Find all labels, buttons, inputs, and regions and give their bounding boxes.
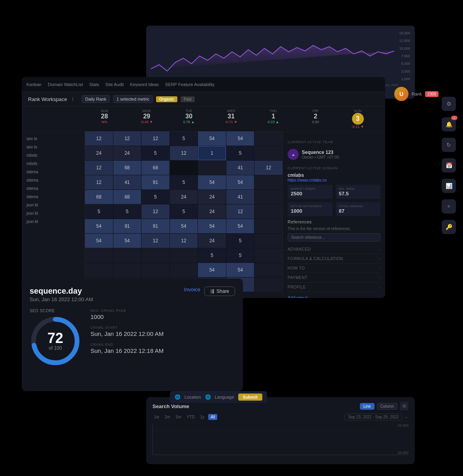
chart-icon-btn[interactable]: 📊 bbox=[442, 179, 456, 193]
nav-domain-watchlist[interactable]: Domain WatchList bbox=[48, 82, 83, 87]
metric-dropdown[interactable]: 1 selected metric bbox=[113, 95, 153, 103]
grid-cell[interactable]: 12 bbox=[85, 175, 113, 189]
submit-button[interactable]: Submit bbox=[238, 394, 262, 401]
grid-cell[interactable]: 12 bbox=[85, 131, 113, 146]
grid-cell[interactable]: 91 bbox=[141, 219, 169, 233]
share-button[interactable]: ⇶ Share bbox=[204, 287, 235, 296]
nav-site-audit[interactable]: Site Audit bbox=[105, 82, 124, 87]
grid-cell[interactable]: 5 bbox=[85, 204, 113, 219]
grid-cell[interactable]: 12 bbox=[170, 234, 198, 248]
grid-cell[interactable]: 54 bbox=[198, 219, 226, 233]
grid-cell[interactable]: 5 bbox=[141, 190, 169, 204]
grid-cell[interactable]: 5 bbox=[198, 248, 226, 262]
grid-cell[interactable]: 12 bbox=[113, 131, 141, 146]
calendar-icon-btn[interactable]: 📅 bbox=[442, 158, 456, 172]
grid-cell[interactable]: 41 bbox=[113, 175, 141, 189]
reference-search-input[interactable] bbox=[288, 233, 380, 242]
grid-cell[interactable]: 5 bbox=[226, 248, 254, 262]
nav-stats[interactable]: Stats bbox=[89, 82, 99, 87]
invoice-link[interactable]: Invoice bbox=[184, 287, 200, 296]
refresh-icon-btn[interactable]: ↻ bbox=[442, 138, 456, 152]
sv-menu-icon[interactable]: ··· bbox=[405, 414, 408, 420]
domain-url[interactable]: https://www.cmlabs.co bbox=[288, 178, 380, 182]
sv-date-range[interactable]: Sep 23, 2022 - Sep 29, 2022 bbox=[344, 414, 402, 420]
kw-sitema-3[interactable]: sitema bbox=[22, 184, 85, 193]
grid-cell[interactable]: 5 bbox=[141, 146, 169, 160]
grid-cell[interactable]: 54 bbox=[226, 263, 254, 277]
kw-sitema-4[interactable]: sitema bbox=[22, 193, 85, 201]
paid-badge[interactable]: Paid bbox=[181, 96, 195, 102]
grid-cell[interactable]: 5 bbox=[170, 175, 198, 189]
grid-cell[interactable]: 24 bbox=[113, 146, 141, 160]
grid-cell[interactable]: 54 bbox=[113, 234, 141, 248]
grid-cell[interactable]: 54 bbox=[226, 175, 254, 189]
grid-cell[interactable]: 12 bbox=[226, 204, 254, 219]
grid-cell[interactable]: 54 bbox=[85, 234, 113, 248]
grid-cell[interactable]: 24 bbox=[85, 146, 113, 160]
grid-cell[interactable]: 12 bbox=[254, 161, 282, 175]
grid-cell[interactable]: 54 bbox=[198, 175, 226, 189]
kw-sitema-2[interactable]: sitema bbox=[22, 176, 85, 184]
grid-cell[interactable]: 12 bbox=[141, 204, 169, 219]
nav-keyword-ideas[interactable]: Keyword Ideas bbox=[130, 82, 159, 87]
sv-settings-icon[interactable]: ⚙ bbox=[400, 402, 408, 410]
grid-cell[interactable]: 12 bbox=[170, 146, 198, 160]
sv-time-2m[interactable]: 2m bbox=[163, 414, 172, 420]
add-keyword-label[interactable]: Add new k... bbox=[288, 295, 380, 298]
kw-json-3[interactable]: json ld bbox=[22, 217, 85, 226]
plus-icon-btn[interactable]: ＋ bbox=[442, 199, 456, 214]
grid-cell[interactable]: 24 bbox=[198, 234, 226, 248]
grid-cell[interactable]: 68 bbox=[141, 161, 169, 175]
grid-cell[interactable]: 41 bbox=[226, 161, 254, 175]
grid-cell[interactable]: 54 bbox=[170, 219, 198, 233]
accordion-advanced[interactable]: ADVANCED › bbox=[288, 245, 380, 254]
grid-cell[interactable]: 5 bbox=[226, 234, 254, 248]
grid-cell[interactable]: 54 bbox=[226, 131, 254, 146]
grid-cell[interactable]: 12 bbox=[141, 131, 169, 146]
kw-json-2[interactable]: json ld bbox=[22, 209, 85, 217]
grid-cell[interactable]: 91 bbox=[141, 175, 169, 189]
sv-line-btn[interactable]: Line bbox=[360, 403, 375, 410]
key-icon-btn[interactable]: 🔑 bbox=[442, 220, 456, 234]
accordion-payment[interactable]: PAYMENT › bbox=[288, 273, 380, 283]
grid-cell[interactable]: 68 bbox=[85, 190, 113, 204]
grid-cell[interactable]: 24 bbox=[170, 190, 198, 204]
sv-column-btn[interactable]: Column bbox=[377, 403, 397, 410]
grid-cell[interactable]: 1 bbox=[198, 146, 226, 160]
grid-cell[interactable]: 12 bbox=[85, 161, 113, 175]
grid-cell[interactable]: 5 bbox=[226, 146, 254, 160]
grid-cell[interactable]: 91 bbox=[113, 219, 141, 233]
kw-json-1[interactable]: json ld bbox=[22, 201, 85, 209]
grid-cell[interactable]: 24 bbox=[198, 204, 226, 219]
grid-cell[interactable]: 54 bbox=[198, 131, 226, 146]
settings-icon-btn[interactable]: ⚙ bbox=[442, 97, 456, 111]
sv-time-ytd[interactable]: YTD bbox=[185, 414, 196, 420]
sv-time-1y[interactable]: 1y bbox=[199, 414, 206, 420]
kw-robots-1[interactable]: robots bbox=[22, 151, 85, 159]
avatar[interactable]: U bbox=[394, 87, 408, 101]
grid-cell[interactable]: 54 bbox=[226, 219, 254, 233]
organic-badge[interactable]: Organic bbox=[156, 96, 177, 102]
kw-sitema-1[interactable]: sitema bbox=[22, 168, 85, 176]
sv-time-1w[interactable]: 1w bbox=[152, 414, 161, 420]
sv-time-all[interactable]: All bbox=[208, 414, 217, 420]
notification-icon-btn[interactable]: 🔔 1 bbox=[442, 117, 456, 131]
grid-cell[interactable]: 54 bbox=[198, 263, 226, 277]
location-button[interactable]: Location bbox=[184, 395, 201, 399]
kw-seo-2[interactable]: seo to bbox=[22, 143, 85, 151]
nav-kanban[interactable]: Kanban bbox=[26, 82, 41, 87]
grid-cell[interactable]: 41 bbox=[226, 190, 254, 204]
daily-rank-dropdown[interactable]: Daily Rank bbox=[82, 95, 110, 103]
accordion-profile[interactable]: PROFILE › bbox=[288, 283, 380, 292]
nav-serp[interactable]: SERP Feature Availability bbox=[165, 82, 215, 87]
kw-robots-2[interactable]: robots bbox=[22, 159, 85, 168]
grid-cell[interactable]: 68 bbox=[113, 161, 141, 175]
language-button[interactable]: Language bbox=[215, 395, 234, 399]
kw-seo-1[interactable]: seo to bbox=[22, 135, 85, 143]
accordion-howto[interactable]: HOW TO › bbox=[288, 264, 380, 273]
grid-cell[interactable]: 24 bbox=[198, 190, 226, 204]
grid-cell[interactable]: 5 bbox=[113, 204, 141, 219]
grid-cell[interactable]: 54 bbox=[85, 219, 113, 233]
grid-cell[interactable]: 5 bbox=[170, 131, 198, 146]
grid-cell[interactable]: 12 bbox=[141, 234, 169, 248]
